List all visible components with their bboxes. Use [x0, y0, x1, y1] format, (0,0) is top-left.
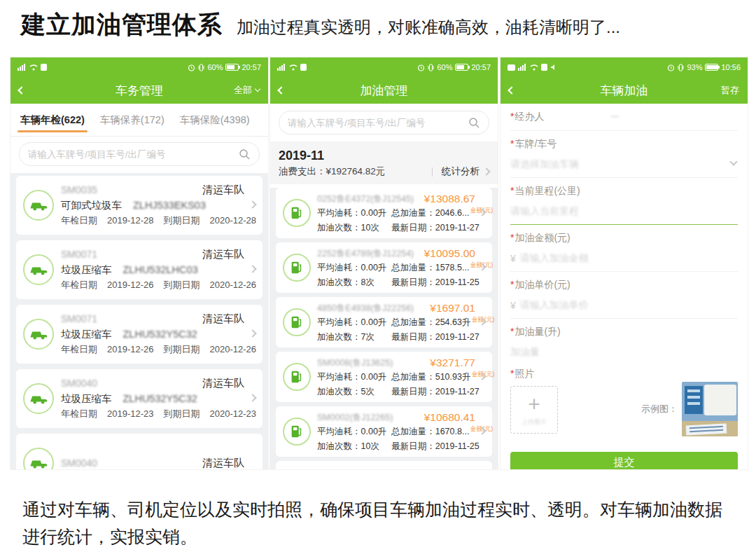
vehicle-card[interactable]: SM0071清运车队 垃圾压缩车ZLHU532LHC03 年检日期2019-12…: [16, 240, 262, 299]
refuel-times-value: 5次: [361, 387, 374, 396]
fuel-pump-icon: [283, 363, 311, 391]
fuel-pump-icon: [283, 199, 311, 227]
fuel-pump-icon: [283, 418, 311, 446]
record-amount: ¥3271.77: [430, 356, 475, 370]
check-date-label: 年检日期: [61, 342, 97, 357]
battery-percent: 93%: [687, 63, 702, 71]
vehicle-card[interactable]: SM0040清运车队 垃圾压缩车ZLHU532Y5C32 年检日期2019-12…: [16, 369, 262, 428]
avg-fuel-value: 0.00升: [361, 427, 387, 436]
expire-date-label: 到期日期: [164, 277, 200, 293]
phone-screens-row: 60% 20:57 车务管理 全部 车辆年检(622) 车辆保养(172) 车辆…: [10, 57, 748, 469]
month-summary: 2019-11 油费支出： ¥192764.82元 统计分析: [270, 142, 498, 184]
record-id: 4850鲁E4938(鲁J22256): [317, 301, 414, 315]
status-time: 20:57: [241, 63, 261, 71]
fuel-spend-value: ¥192764.82元: [326, 165, 386, 179]
vehicle-select[interactable]: 请选择加油车辆: [510, 153, 738, 178]
price-placeholder: 请输入加油单价: [520, 299, 589, 312]
latest-date-value: 2019-11-25: [435, 441, 479, 451]
vehicle-card[interactable]: SM0035清运车队 可卸式垃圾车ZLHJ533EKS03 年检日期2019-1…: [16, 176, 262, 235]
tab-annual-inspection[interactable]: 车辆年检(622): [20, 104, 85, 136]
statistics-analysis-link[interactable]: 统计分析: [432, 165, 489, 179]
record-amount: ¥1697.01: [430, 301, 475, 315]
phone-vehicle-refuel-form: 93% 10:56 车辆加油 暂存 *经办人 一 *车牌/车号 请选择加油车辆: [500, 57, 748, 469]
refuel-times-label: 加油次数：: [317, 441, 361, 451]
operator-row: *经办人 一: [510, 108, 738, 131]
sim-icon: [300, 64, 307, 71]
search-input[interactable]: [288, 118, 468, 128]
price-input[interactable]: ¥ 请输入加油单价: [510, 294, 738, 319]
avg-fuel-label: 平均油耗：: [317, 372, 361, 382]
wifi-icon: [289, 64, 298, 71]
filter-all-button[interactable]: 全部: [234, 84, 260, 97]
status-time: 10:56: [721, 63, 741, 71]
check-date-label: 年检日期: [61, 406, 97, 422]
submit-button[interactable]: 提交: [510, 452, 738, 469]
vehicle-id: SM0035: [61, 182, 97, 198]
total-fuel-value: 510.93升: [435, 372, 471, 382]
chevron-right-icon[interactable]: [248, 394, 256, 401]
example-photo: [682, 382, 738, 436]
signal-icon: [518, 64, 527, 71]
phone-vehicle-management: 60% 20:57 车务管理 全部 车辆年检(622) 车辆保养(172) 车辆…: [10, 57, 268, 469]
latest-date-label: 最新日期：: [391, 441, 435, 451]
save-draft-button[interactable]: 暂存: [721, 84, 739, 97]
fuel-spend-label: 油费支出：: [279, 165, 326, 179]
check-date: 2019-12-28: [107, 213, 154, 228]
vehicle-card[interactable]: SM0071清运车队 垃圾压缩车ZLHU532Y5C32 年检日期2019-12…: [16, 305, 262, 364]
battery-icon: [225, 64, 239, 71]
wifi-icon: [29, 64, 38, 71]
vehicle-id: SM0040: [61, 375, 97, 391]
check-date-label: 年检日期: [61, 277, 97, 293]
vehicle-type: 可卸式垃圾车: [61, 198, 122, 213]
tab-insurance[interactable]: 车辆保险(4398): [180, 104, 250, 136]
tab-bar: 车辆年检(622) 车辆保养(172) 车辆保险(4398): [10, 104, 268, 137]
fuel-record-card[interactable]: 4850鲁E4938(鲁J22256)¥1697.01 平均油耗：0.00升总加…: [276, 297, 492, 347]
example-photo-block: 示例图：: [641, 382, 738, 436]
avg-fuel-value: 0.00升: [361, 317, 387, 327]
latest-date-value: 2019-11-27: [435, 332, 479, 342]
amount-input[interactable]: ¥ 请输入加油金额: [510, 247, 738, 272]
vibrate-icon: [428, 64, 434, 71]
expire-date-label: 到期日期: [164, 213, 200, 228]
search-box[interactable]: [279, 111, 489, 134]
tab-maintenance[interactable]: 车辆保养(172): [100, 104, 164, 136]
latest-date-value: 2019-11-27: [435, 387, 479, 396]
check-date: 2019-12-26: [107, 277, 154, 293]
avg-fuel-value: 0.00升: [361, 372, 387, 382]
truck-icon: [23, 254, 54, 285]
fuel-record-card[interactable]: SM0002(鲁J12265)¥10680.41 平均油耗：0.00升总加油量：…: [276, 406, 492, 457]
search-icon: [468, 117, 480, 129]
search-box[interactable]: [19, 142, 260, 166]
fuel-record-card[interactable]: SM0003¥6857.00: [276, 461, 492, 469]
upload-text: 上传图片: [522, 418, 547, 427]
refuel-times-label: 加油次数：: [317, 223, 361, 233]
signal-icon: [18, 64, 47, 71]
amount-placeholder: 请输入加油金额: [520, 252, 589, 265]
vehicle-id: SM0071: [61, 247, 97, 262]
fuel-record-card[interactable]: 2252鲁E4789(鲁J12254)¥10095.00 平均油耗：0.00升总…: [276, 242, 492, 293]
latest-date-label: 最新日期：: [391, 332, 435, 342]
sim-icon: [41, 64, 47, 71]
alarm-icon: [417, 64, 425, 71]
example-label: 示例图：: [641, 403, 678, 415]
mileage-input[interactable]: 请输入当前里程: [510, 200, 738, 225]
status-bar: 60% 20:57: [10, 57, 268, 77]
alarm-icon: [188, 64, 195, 71]
page: 建立加油管理体系 加油过程真实透明，对账准确高效，油耗清晰明了... 60% 2…: [0, 0, 756, 552]
vehicle-card[interactable]: SM0040清运车队: [16, 434, 262, 469]
upload-photo-button[interactable]: + 上传图片: [510, 386, 558, 434]
fuel-record-card[interactable]: 0252鲁E4372(鲁J12545)¥13088.67 平均油耗：0.00升总…: [276, 188, 492, 238]
search-input[interactable]: [28, 149, 239, 160]
vibrate-icon: [678, 64, 684, 71]
battery-icon: [705, 64, 718, 71]
chevron-right-icon[interactable]: [248, 329, 256, 337]
nav-title: 加油管理: [270, 83, 498, 99]
chevron-right-icon[interactable]: [248, 200, 256, 208]
volume-placeholder: 加油量: [510, 346, 540, 359]
chevron-right-icon[interactable]: [248, 265, 256, 272]
latest-date-label: 最新日期：: [391, 387, 435, 396]
fuel-record-card[interactable]: SM0008(鲁J13625)¥3271.77 平均油耗：0.00升总加油量：5…: [276, 352, 492, 402]
total-fuel-value: 1670.8...: [435, 427, 470, 436]
volume-input[interactable]: 加油量: [510, 341, 738, 365]
total-fuel-value: 1578.5...: [435, 263, 470, 272]
